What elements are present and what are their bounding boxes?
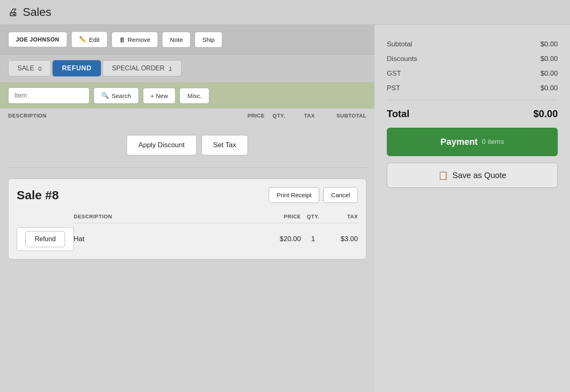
app-header: 🖨 Sales [0, 0, 570, 25]
trash-icon: 🗑 [119, 36, 125, 43]
tab-special-order[interactable]: SPECIAL ORDER 1 [103, 60, 182, 76]
cancel-button[interactable]: Cancel [323, 187, 358, 203]
right-panel: Subtotal $0.00 Discounts $0.00 GST $0.00… [375, 25, 570, 392]
item-description: Hat [74, 235, 264, 243]
receipt-box: Sale #8 Print Receipt Cancel DESCRIPTION… [8, 179, 366, 259]
r-col-price-header: PRICE [264, 213, 301, 220]
new-button[interactable]: + New [143, 88, 176, 104]
item-input[interactable] [8, 87, 90, 104]
r-col-qty-header: QTY. [301, 213, 325, 220]
save-quote-icon: 📋 [438, 170, 448, 180]
save-quote-button[interactable]: 📋 Save as Quote [387, 163, 558, 188]
refund-button[interactable]: Refund [25, 231, 65, 247]
total-row: Total $0.00 [387, 104, 558, 128]
note-button[interactable]: Note [162, 32, 191, 48]
customer-bar: JOE JOHNSON ✏️ Edit 🗑 Remove Note Ship [0, 25, 375, 54]
search-icon: 🔍 [101, 92, 109, 99]
ship-button[interactable]: Ship [195, 32, 222, 48]
pst-value: $0.00 [540, 84, 558, 92]
subtotal-label: Subtotal [387, 40, 412, 48]
remove-button[interactable]: 🗑 Remove [112, 32, 158, 48]
app-title: Sales [23, 6, 51, 19]
col-qty-header: QTY. [265, 113, 293, 119]
col-subtotal-header: SUBTOTAL [326, 113, 366, 119]
item-qty: 1 [301, 235, 325, 243]
col-description-header: DESCRIPTION [8, 113, 232, 119]
subtotal-value: $0.00 [540, 40, 558, 48]
pst-label: PST [387, 84, 400, 92]
gst-row: GST $0.00 [387, 66, 558, 81]
payment-items-count: 0 items [482, 138, 504, 146]
pst-row: PST $0.00 [387, 81, 558, 96]
gst-label: GST [387, 70, 401, 78]
gst-value: $0.00 [540, 70, 558, 78]
total-label: Total [387, 108, 410, 120]
receipt-area: Sale #8 Print Receipt Cancel DESCRIPTION… [0, 172, 375, 266]
item-price: $20.00 [264, 235, 301, 243]
r-col-tax-header: TAX [325, 213, 358, 220]
total-value: $0.00 [533, 108, 558, 120]
tab-bar: SALE 0 REFUND SPECIAL ORDER 1 [0, 54, 375, 83]
search-button[interactable]: 🔍 Search [94, 87, 139, 104]
summary-divider [387, 100, 558, 100]
divider [8, 168, 366, 168]
left-panel: JOE JOHNSON ✏️ Edit 🗑 Remove Note Ship S… [0, 25, 375, 392]
discounts-value: $0.00 [540, 55, 558, 63]
apply-discount-button[interactable]: Apply Discount [127, 135, 196, 155]
item-tax: $3.00 [325, 235, 358, 243]
receipt-row: Hat $20.00 1 $3.00 [74, 232, 358, 246]
col-tax-header: TAX [293, 113, 326, 119]
table-row: Refund Hat $20.00 1 $3.00 [17, 227, 358, 251]
sale-title: Sale #8 [17, 188, 59, 202]
subtotal-row: Subtotal $0.00 [387, 37, 558, 52]
r-col-description-header: DESCRIPTION [74, 213, 264, 220]
receipt-header: Sale #8 Print Receipt Cancel [17, 187, 358, 203]
print-receipt-button[interactable]: Print Receipt [269, 187, 319, 203]
set-tax-button[interactable]: Set Tax [202, 135, 248, 155]
register-icon: 🖨 [8, 7, 18, 18]
misc-button[interactable]: Misc. [180, 88, 209, 104]
edit-icon: ✏️ [79, 36, 87, 43]
refund-btn-wrap: Refund [17, 227, 74, 251]
edit-button[interactable]: ✏️ Edit [71, 31, 107, 48]
main-layout: JOE JOHNSON ✏️ Edit 🗑 Remove Note Ship S… [0, 25, 570, 392]
payment-label: Payment [441, 137, 478, 147]
table-header: DESCRIPTION PRICE QTY. TAX SUBTOTAL [0, 109, 375, 123]
payment-button[interactable]: Payment 0 items [387, 128, 558, 156]
discounts-label: Discounts [387, 55, 417, 63]
col-price-header: PRICE [232, 113, 265, 119]
actions-row: Apply Discount Set Tax [0, 123, 375, 163]
receipt-actions: Print Receipt Cancel [269, 187, 358, 203]
tab-sale[interactable]: SALE 0 [8, 60, 51, 76]
search-bar: 🔍 Search + New Misc. [0, 83, 375, 109]
tab-refund[interactable]: REFUND [53, 60, 101, 76]
customer-name-button[interactable]: JOE JOHNSON [8, 32, 67, 47]
save-quote-label: Save as Quote [452, 171, 506, 180]
discounts-row: Discounts $0.00 [387, 52, 558, 66]
receipt-table-header: DESCRIPTION PRICE QTY. TAX [74, 210, 358, 223]
